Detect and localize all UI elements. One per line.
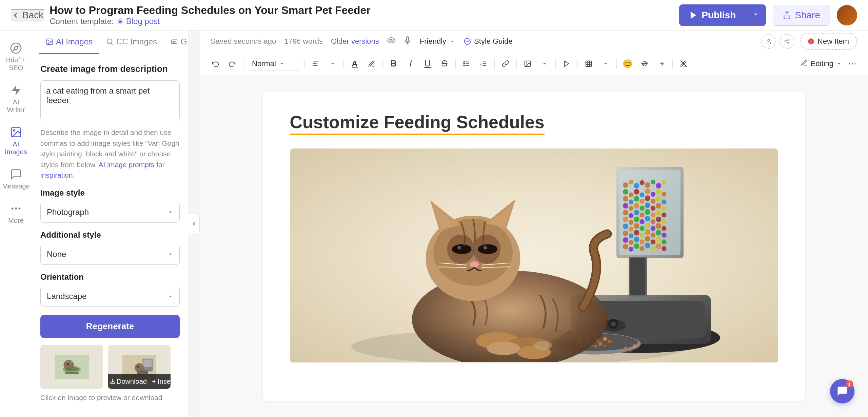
svg-point-113: [639, 206, 644, 211]
svg-point-104: [634, 196, 639, 201]
strikethrough-button[interactable]: S: [437, 56, 452, 71]
svg-point-100: [656, 189, 661, 195]
text-color-button[interactable]: A: [347, 56, 362, 71]
additional-style-select[interactable]: None Vintage Minimalist Cinematic: [40, 244, 180, 265]
special-chars-button[interactable]: ⊘: [637, 56, 652, 71]
emoji-button[interactable]: 😊: [620, 56, 635, 71]
svg-point-141: [662, 226, 666, 231]
collaborator-slot[interactable]: [780, 34, 794, 49]
chat-badge: 1: [846, 380, 853, 388]
play-icon: [563, 60, 570, 67]
svg-rect-50: [586, 61, 592, 66]
bold-button[interactable]: B: [386, 56, 401, 71]
thumbnail-1[interactable]: [40, 345, 103, 389]
sidebar-item-ai-writer[interactable]: AI Writer: [2, 79, 29, 119]
svg-point-129: [639, 219, 644, 224]
sidebar-item-more[interactable]: More: [2, 198, 29, 229]
svg-point-6: [12, 207, 14, 210]
align-button[interactable]: [308, 56, 323, 71]
download-button[interactable]: Download: [108, 374, 149, 389]
gifs-tab-icon: [171, 38, 178, 45]
underline-button[interactable]: U: [420, 56, 435, 71]
svg-rect-24: [137, 370, 148, 374]
avatar[interactable]: [837, 5, 857, 25]
align-dropdown-button[interactable]: [325, 56, 340, 71]
regenerate-button[interactable]: Regenerate: [40, 315, 180, 338]
editor-toolbar: Normal A B I U S: [200, 52, 868, 75]
panel-collapse-button[interactable]: [188, 214, 200, 234]
new-item-button[interactable]: New Item: [800, 33, 857, 50]
italic-button[interactable]: I: [403, 56, 418, 71]
insert-button[interactable]: Insert: [149, 374, 171, 389]
more-options-button[interactable]: ⋯: [845, 56, 860, 71]
redo-button[interactable]: [225, 56, 240, 71]
download-label: Download: [117, 378, 147, 385]
orientation-select[interactable]: Landscape Portrait Square: [40, 286, 180, 307]
plus-icon: [766, 38, 772, 44]
thumb-1-image: [40, 345, 103, 389]
back-button[interactable]: Back: [11, 9, 44, 21]
svg-point-48: [526, 62, 527, 63]
editing-badge[interactable]: Editing ⋯: [801, 56, 860, 71]
toolbar-separator-5: [455, 59, 456, 69]
undo-button[interactable]: [208, 56, 223, 71]
chat-bubble[interactable]: 1: [830, 379, 854, 403]
numbered-list-button[interactable]: 123: [476, 56, 491, 71]
redo-icon: [229, 60, 236, 67]
publish-dropdown-arrow[interactable]: [746, 4, 766, 26]
image-dropdown-button[interactable]: [537, 56, 552, 71]
tab-ai-images[interactable]: AI Images: [39, 31, 99, 54]
table-button[interactable]: [581, 56, 596, 71]
link-button[interactable]: [498, 56, 513, 71]
highlight-button[interactable]: [364, 56, 379, 71]
image-insert-button[interactable]: [520, 56, 535, 71]
add-collaborator-button[interactable]: [761, 34, 776, 49]
svg-point-149: [662, 233, 666, 237]
image-description-input[interactable]: a cat eating from a smart pet feeder: [40, 80, 180, 121]
svg-point-190: [534, 341, 552, 350]
svg-point-151: [629, 240, 633, 245]
microphone-icon[interactable]: [403, 36, 412, 46]
svg-point-128: [634, 217, 639, 222]
sidebar-item-brief-seo[interactable]: Brief + SEO: [2, 37, 29, 77]
svg-point-17: [65, 367, 79, 371]
chevron-down-icon: [752, 10, 760, 18]
bullet-list-button[interactable]: [459, 56, 474, 71]
svg-rect-167: [630, 258, 645, 295]
tab-gifs[interactable]: GIFs: [164, 31, 188, 54]
svg-point-102: [623, 196, 628, 201]
clear-format-button[interactable]: [676, 56, 691, 71]
click-hint: Click on image to preview or download: [40, 394, 180, 402]
sidebar-item-message[interactable]: Message: [2, 163, 29, 195]
table-icon: [585, 60, 592, 67]
toolbar-separator-7: [516, 59, 517, 69]
header-left: Back How to Program Feeding Schedules on…: [11, 4, 371, 26]
play-button[interactable]: [559, 56, 574, 71]
mic-icon: [403, 36, 412, 44]
compass-icon: [10, 42, 22, 54]
text-style-selector[interactable]: Normal: [247, 57, 301, 71]
sidebar-item-ai-images[interactable]: AI Images: [2, 121, 29, 161]
svg-point-117: [662, 206, 666, 211]
sidebar-brief-label: Brief + SEO: [6, 56, 26, 72]
publish-button[interactable]: Publish: [679, 4, 766, 26]
eye-icon: [387, 36, 395, 44]
svg-point-134: [623, 223, 628, 229]
more-format-button[interactable]: [654, 56, 669, 71]
older-versions-link[interactable]: Older versions: [331, 37, 379, 46]
svg-point-121: [639, 213, 644, 217]
tone-selector[interactable]: Friendly: [420, 37, 456, 46]
image-style-select[interactable]: Photograph Illustration 3D Render Painti…: [40, 202, 180, 223]
preview-icon[interactable]: [387, 36, 395, 46]
svg-point-92: [656, 183, 661, 188]
share-button[interactable]: Share: [773, 5, 830, 26]
table-dropdown-button[interactable]: [598, 56, 613, 71]
collaborators: [761, 34, 794, 49]
svg-point-158: [623, 244, 628, 250]
chevron-down-editing-icon: [836, 61, 842, 67]
thumbnail-2[interactable]: Download Insert: [108, 345, 171, 389]
svg-point-97: [639, 193, 644, 197]
insert-icon: [151, 379, 156, 384]
tab-cc-images[interactable]: CC Images: [99, 31, 164, 54]
style-guide-button[interactable]: Style Guide: [464, 37, 513, 46]
